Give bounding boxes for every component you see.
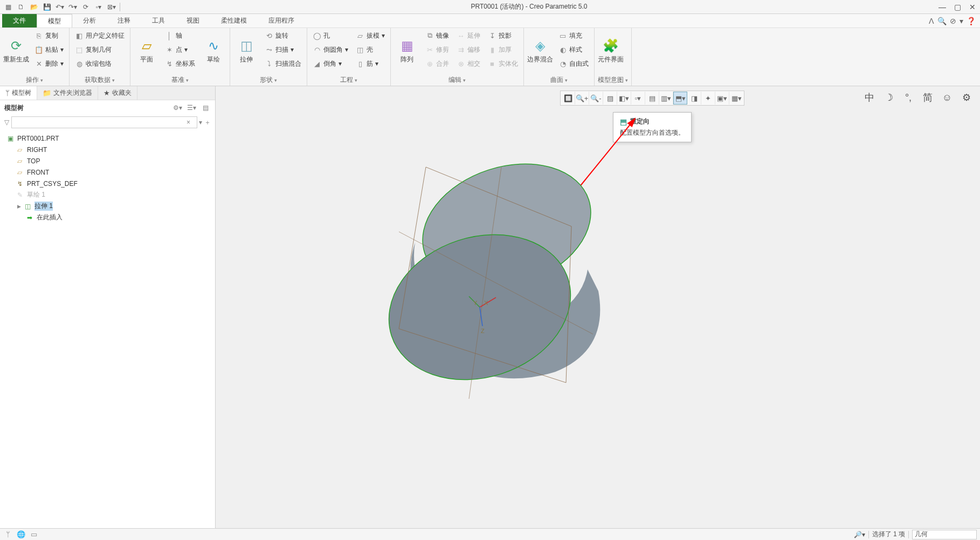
pattern-button[interactable]: ▦阵列 — [394, 29, 420, 71]
tab-annotate[interactable]: 注释 — [107, 14, 141, 27]
tree-plane-right[interactable]: ▱RIGHT — [4, 144, 211, 155]
filter-icon[interactable]: ▽ — [4, 119, 9, 126]
shrinkwrap-button[interactable]: ◍收缩包络 — [73, 57, 127, 70]
maximize-button[interactable]: ▢ — [952, 3, 963, 11]
search-icon[interactable]: 🔍 — [937, 17, 947, 25]
copygeom-button[interactable]: ⬚复制几何 — [73, 43, 127, 56]
regen-icon[interactable]: ⟳ — [80, 2, 92, 12]
round-button[interactable]: ◠倒圆角 ▾ — [310, 43, 350, 56]
display-style-icon[interactable]: ◧▾ — [617, 92, 631, 105]
status-tree-icon[interactable]: ᛘ — [3, 530, 13, 539]
tab-flex[interactable]: 柔性建模 — [210, 14, 258, 27]
chinese-char-icon[interactable]: 中 — [862, 91, 877, 105]
sweep-button[interactable]: ⤳扫描 ▾ — [263, 43, 303, 56]
tree-expand-icon[interactable]: ▤ — [200, 102, 211, 113]
extrude-button[interactable]: ◫拉伸 — [233, 29, 259, 71]
freestyle-button[interactable]: ◔自由式 — [556, 57, 591, 70]
reorient-icon[interactable]: ⬒▾ — [673, 92, 687, 105]
hole-button[interactable]: ◯孔 — [310, 29, 350, 42]
tab-model-tree[interactable]: ᛘ模型树 — [0, 86, 37, 100]
app-menu-icon[interactable]: ▦ — [2, 2, 14, 12]
mirror-button[interactable]: ⧉镜像 — [423, 29, 451, 42]
datum-display-icon[interactable]: ▦▾ — [729, 92, 743, 105]
tree-root[interactable]: ▣PRT0001.PRT — [4, 133, 211, 144]
status-find-icon[interactable]: 🔎▾ — [854, 531, 865, 538]
collapse-ribbon-icon[interactable]: ᐱ — [929, 17, 934, 25]
point-button[interactable]: ✶点 ▾ — [163, 43, 197, 56]
tree-filter-input[interactable] — [11, 116, 197, 128]
view-manager-icon[interactable]: ▤ — [645, 92, 659, 105]
windows-icon[interactable]: ▫▾ — [93, 2, 105, 12]
face-icon[interactable]: ☺ — [940, 91, 954, 105]
moon-icon[interactable]: ☽ — [882, 91, 896, 105]
draft-button[interactable]: ▱拔模 ▾ — [354, 29, 387, 42]
tab-favorites[interactable]: ★收藏夹 — [98, 86, 137, 100]
tab-file[interactable]: 文件 — [2, 14, 37, 27]
style-button[interactable]: ◐样式 — [556, 43, 591, 56]
shade-icon[interactable]: ◨ — [687, 92, 701, 105]
project-button[interactable]: ↧投影 — [486, 29, 520, 42]
annotations-icon[interactable]: ▣▾ — [715, 92, 729, 105]
tree-settings-icon[interactable]: ⚙▾ — [172, 102, 183, 113]
regenerate-button[interactable]: ⟳ 重新生成 — [3, 29, 29, 71]
save-icon[interactable]: 💾 — [41, 2, 53, 12]
close-button[interactable]: ✕ — [967, 3, 978, 11]
close-window-icon[interactable]: ⊠▾ — [106, 2, 118, 12]
tab-view[interactable]: 视图 — [176, 14, 210, 27]
tab-app[interactable]: 应用程序 — [258, 14, 305, 27]
tree-extrude1[interactable]: ▶◫拉伸 1 — [4, 200, 211, 212]
filter-add-icon[interactable]: ＋ — [204, 118, 211, 127]
chamfer-button[interactable]: ◢倒角 ▾ — [310, 57, 350, 70]
tree-insert-here[interactable]: ➡在此插入 — [4, 212, 211, 223]
fill-button[interactable]: ▭填充 — [556, 29, 591, 42]
revolve-button[interactable]: ⟲旋转 — [263, 29, 303, 42]
tree-csys[interactable]: ↯PRT_CSYS_DEF — [4, 178, 211, 189]
open-icon[interactable]: 📂 — [28, 2, 40, 12]
tab-folder-browser[interactable]: 📁文件夹浏览器 — [37, 86, 98, 100]
tab-tools[interactable]: 工具 — [141, 14, 176, 27]
udf-button[interactable]: ◧用户定义特征 — [73, 29, 127, 42]
tree-show-icon[interactable]: ☰▾ — [186, 102, 197, 113]
chamfer-icon: ◢ — [313, 59, 321, 68]
tab-model[interactable]: 模型 — [37, 14, 72, 27]
help-icon[interactable]: ❓ — [967, 17, 976, 25]
tab-analysis[interactable]: 分析 — [72, 14, 107, 27]
paste-button[interactable]: 📋粘贴 ▾ — [32, 43, 66, 56]
repaint-icon[interactable]: ▨ — [603, 92, 617, 105]
perspective-icon[interactable]: ✦ — [701, 92, 715, 105]
simplified-icon[interactable]: 简 — [921, 91, 935, 105]
shell-button[interactable]: ◫壳 — [354, 43, 387, 56]
saved-views-icon[interactable]: ▫▾ — [631, 92, 645, 105]
zoom-fit-icon[interactable]: 🔲 — [561, 92, 575, 105]
filter-dropdown-icon[interactable]: ▾ — [199, 119, 202, 126]
undo-icon[interactable]: ↶▾ — [54, 2, 66, 12]
degree-icon[interactable]: °, — [901, 91, 915, 105]
plane-button[interactable]: ▱平面 — [134, 29, 160, 71]
redo-icon[interactable]: ↷▾ — [67, 2, 79, 12]
tree-sketch1[interactable]: ✎草绘 1 — [4, 189, 211, 200]
zoom-out-icon[interactable]: 🔍- — [589, 92, 603, 105]
selection-filter-combo[interactable]: 几何 — [912, 530, 977, 539]
new-icon[interactable]: 🗋 — [15, 2, 27, 12]
notification-icon[interactable]: ⊘ — [950, 17, 956, 25]
status-model-icon[interactable]: 🌐 — [16, 530, 26, 539]
layer-icon[interactable]: ▥▾ — [659, 92, 673, 105]
status-window-icon[interactable]: ▭ — [29, 530, 39, 539]
rib-button[interactable]: ▯筋 ▾ — [354, 57, 387, 70]
tree-plane-front[interactable]: ▱FRONT — [4, 167, 211, 178]
filter-clear-icon[interactable]: × — [187, 119, 190, 126]
copy-button[interactable]: ⎘复制 — [32, 29, 66, 42]
csys-button[interactable]: ↯坐标系 — [163, 57, 197, 70]
axis-button[interactable]: │轴 — [163, 29, 197, 42]
boundary-button[interactable]: ◈边界混合 — [527, 29, 553, 71]
sweepblend-button[interactable]: ⤵扫描混合 — [263, 57, 303, 70]
component-ui-button[interactable]: 🧩元件界面 — [598, 29, 624, 71]
tree-plane-top[interactable]: ▱TOP — [4, 155, 211, 167]
graphics-area[interactable]: 🔲 🔍+ 🔍- ▨ ◧▾ ▫▾ ▤ ▥▾ ⬒▾ ◨ ✦ ▣▾ ▦▾ 中 ☽ °,… — [216, 86, 980, 528]
sketch-button[interactable]: ∿草绘 — [201, 29, 226, 71]
delete-button[interactable]: ✕删除 ▾ — [32, 57, 66, 70]
dropdown-icon[interactable]: ▾ — [960, 17, 963, 25]
minimize-button[interactable]: — — [937, 3, 948, 11]
zoom-in-icon[interactable]: 🔍+ — [575, 92, 589, 105]
gear-icon[interactable]: ⚙ — [960, 91, 974, 105]
